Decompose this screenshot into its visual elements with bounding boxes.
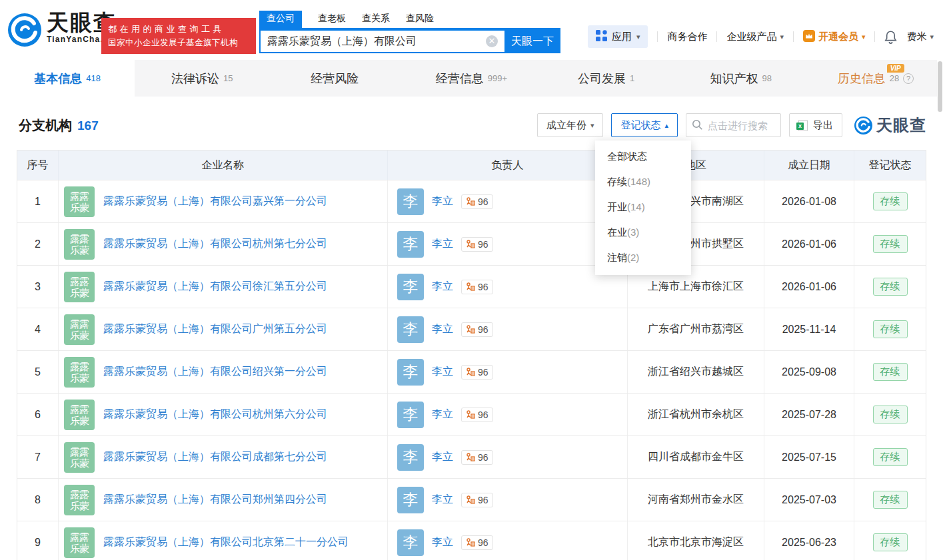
relation-score-badge[interactable]: 96 bbox=[461, 237, 493, 252]
apps-menu-button[interactable]: 应用 ▾ bbox=[588, 25, 648, 48]
person-avatar[interactable]: 李 bbox=[397, 188, 424, 215]
scrollbar-track[interactable] bbox=[937, 0, 943, 560]
relation-score-badge[interactable]: 96 bbox=[461, 322, 493, 337]
table-body: 1 露露 乐蒙 露露乐蒙贸易（上海）有限公司嘉兴第一分公司 李 李立 96 浙江… bbox=[17, 180, 926, 560]
year-filter-button[interactable]: 成立年份 ▾ bbox=[537, 113, 604, 137]
relation-score-badge[interactable]: 96 bbox=[461, 408, 493, 422]
relation-score-badge[interactable]: 96 bbox=[461, 450, 493, 465]
search-type-tab[interactable]: 查老板 bbox=[318, 11, 346, 28]
status-badge: 存续 bbox=[873, 235, 908, 253]
company-name-link[interactable]: 露露乐蒙贸易（上海）有限公司广州第五分公司 bbox=[103, 322, 327, 336]
help-icon[interactable]: ? bbox=[903, 73, 914, 84]
region-cell: 四川省成都市金牛区 bbox=[628, 436, 764, 478]
person-avatar[interactable]: 李 bbox=[397, 274, 424, 300]
person-name-link[interactable]: 李立 bbox=[432, 365, 453, 379]
company-logo: 露露 乐蒙 bbox=[64, 442, 95, 473]
person-avatar[interactable]: 李 bbox=[397, 487, 424, 513]
scrollbar-thumb[interactable] bbox=[938, 61, 942, 112]
score-value: 96 bbox=[478, 452, 488, 463]
company-name-link[interactable]: 露露乐蒙贸易（上海）有限公司北京第二十一分公司 bbox=[103, 535, 349, 549]
score-value: 96 bbox=[478, 367, 488, 378]
person-avatar[interactable]: 李 bbox=[397, 444, 424, 471]
divider bbox=[716, 31, 717, 42]
status-badge: 存续 bbox=[873, 491, 908, 509]
nav-user-label: 费米 bbox=[906, 31, 926, 43]
company-tab[interactable]: 法律诉讼 15 bbox=[135, 60, 269, 97]
clear-search-icon[interactable]: ✕ bbox=[486, 35, 498, 47]
table-search bbox=[686, 113, 781, 137]
branches-table: 序号 企业名称 负责人 地区 成立日期 登记状态 1 露露 乐蒙 露露乐蒙贸易（… bbox=[17, 150, 926, 560]
chevron-down-icon: ▾ bbox=[862, 33, 866, 41]
status-dropdown-item[interactable]: 在业(3) bbox=[595, 220, 691, 245]
chevron-down-icon: ▾ bbox=[930, 33, 934, 41]
date-cell: 2025-07-28 bbox=[764, 394, 854, 435]
tab-label: 公司发展 bbox=[578, 71, 626, 87]
person-name-link[interactable]: 李立 bbox=[432, 237, 453, 251]
person-name-link[interactable]: 李立 bbox=[432, 408, 453, 421]
relation-score-badge[interactable]: 96 bbox=[461, 493, 493, 507]
nav-open-vip[interactable]: 开通会员 ▾ bbox=[803, 30, 866, 44]
divider bbox=[874, 31, 875, 42]
company-tab[interactable]: 经营信息 999+ bbox=[404, 60, 538, 97]
person-name-link[interactable]: 李立 bbox=[432, 194, 453, 208]
company-name-link[interactable]: 露露乐蒙贸易（上海）有限公司嘉兴第一分公司 bbox=[103, 194, 327, 208]
table-row: 3 露露 乐蒙 露露乐蒙贸易（上海）有限公司徐汇第五分公司 李 李立 96 上海… bbox=[17, 265, 926, 308]
status-badge: 存续 bbox=[873, 406, 908, 423]
person-avatar[interactable]: 李 bbox=[397, 359, 424, 386]
person-name-link[interactable]: 李立 bbox=[432, 535, 453, 549]
person-name-link[interactable]: 李立 bbox=[432, 493, 453, 507]
company-name-link[interactable]: 露露乐蒙贸易（上海）有限公司郑州第四分公司 bbox=[103, 493, 327, 507]
row-number: 8 bbox=[17, 479, 59, 521]
nav-user[interactable]: 费米 ▾ bbox=[906, 31, 934, 43]
date-cell: 2025-09-08 bbox=[764, 351, 854, 393]
tab-count: VIP 28 bbox=[890, 73, 899, 83]
relation-score-badge[interactable]: 96 bbox=[461, 280, 493, 294]
person-avatar[interactable]: 李 bbox=[397, 231, 424, 258]
company-name-link[interactable]: 露露乐蒙贸易（上海）有限公司成都第七分公司 bbox=[103, 450, 327, 464]
company-tab[interactable]: 历史信息 VIP 28 ? bbox=[808, 60, 943, 97]
search-type-tab[interactable]: 查风险 bbox=[406, 11, 434, 28]
search-type-tab[interactable]: 查关系 bbox=[362, 11, 390, 28]
person-name-link[interactable]: 李立 bbox=[432, 450, 453, 464]
company-name-link[interactable]: 露露乐蒙贸易（上海）有限公司杭州第七分公司 bbox=[103, 237, 327, 251]
person-name-link[interactable]: 李立 bbox=[432, 322, 453, 336]
person-avatar[interactable]: 李 bbox=[397, 529, 424, 556]
status-filter-button[interactable]: 登记状态 ▴ bbox=[611, 113, 678, 137]
status-dropdown-item[interactable]: 存续(148) bbox=[595, 169, 691, 194]
divider bbox=[657, 31, 658, 42]
company-name-link[interactable]: 露露乐蒙贸易（上海）有限公司绍兴第一分公司 bbox=[103, 365, 327, 379]
row-number: 9 bbox=[17, 521, 59, 560]
company-name-link[interactable]: 露露乐蒙贸易（上海）有限公司徐汇第五分公司 bbox=[103, 280, 327, 294]
relation-score-badge[interactable]: 96 bbox=[461, 194, 493, 209]
person-name-link[interactable]: 李立 bbox=[432, 280, 453, 294]
section-title: 分支机构167 bbox=[19, 117, 99, 135]
nav-cooperation[interactable]: 商务合作 bbox=[667, 31, 707, 43]
search-type-tab[interactable]: 查公司 bbox=[259, 11, 302, 28]
tab-count-value: 1 bbox=[630, 73, 634, 83]
tianyancha-logo-icon[interactable] bbox=[8, 13, 41, 47]
search-button[interactable]: 天眼一下 bbox=[504, 29, 560, 53]
company-name-link[interactable]: 露露乐蒙贸易（上海）有限公司杭州第六分公司 bbox=[103, 408, 327, 421]
region-cell: 广东省广州市荔湾区 bbox=[628, 308, 764, 350]
company-tab[interactable]: 经营风险 bbox=[269, 60, 404, 97]
notification-bell-icon[interactable] bbox=[884, 30, 897, 44]
status-dropdown-item[interactable]: 开业(14) bbox=[595, 194, 691, 220]
person-avatar[interactable]: 李 bbox=[397, 316, 424, 343]
org-graph-icon bbox=[466, 495, 475, 505]
relation-score-badge[interactable]: 96 bbox=[461, 365, 493, 380]
status-option-count: (148) bbox=[627, 176, 650, 187]
status-dropdown-item[interactable]: 全部状态 bbox=[595, 144, 691, 169]
relation-score-badge[interactable]: 96 bbox=[461, 535, 493, 550]
company-search-input[interactable] bbox=[259, 29, 504, 53]
status-badge: 存续 bbox=[873, 363, 908, 381]
status-dropdown-item[interactable]: 注销(2) bbox=[595, 245, 691, 270]
col-header-status: 登记状态 bbox=[854, 150, 926, 180]
company-tab[interactable]: 公司发展 1 bbox=[539, 60, 674, 97]
nav-enterprise[interactable]: 企业级产品 ▾ bbox=[726, 31, 784, 43]
company-logo: 露露 乐蒙 bbox=[64, 485, 95, 515]
company-tab[interactable]: 知识产权 98 bbox=[674, 60, 808, 97]
company-tab[interactable]: 基本信息 418 bbox=[0, 60, 135, 97]
person-avatar[interactable]: 李 bbox=[397, 402, 424, 428]
export-button[interactable]: x 导出 bbox=[789, 113, 842, 137]
row-number: 4 bbox=[17, 308, 59, 350]
